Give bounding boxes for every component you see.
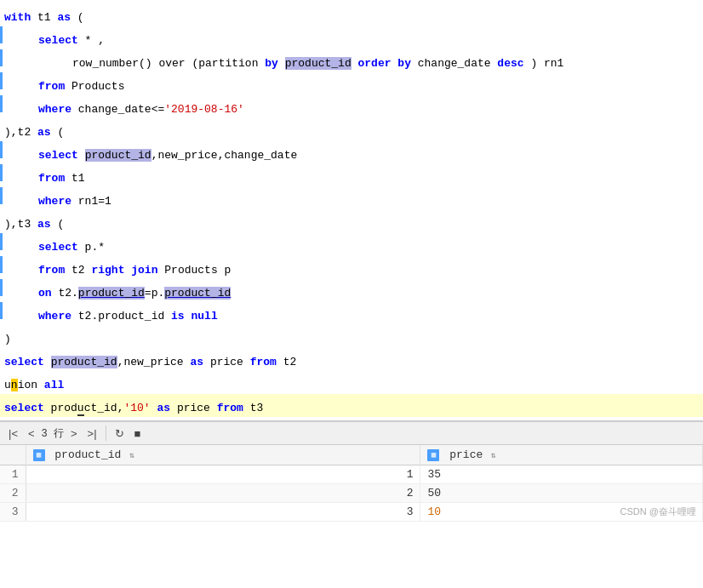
cursor-position: u (77, 402, 84, 416)
table-header: ▦ product_id ⇅ ▦ price ⇅ (0, 445, 703, 465)
code-content-1: select * , (4, 32, 105, 49)
line-accent-9 (0, 210, 3, 227)
plain-text: t2. (71, 310, 98, 323)
keyword: right (91, 264, 124, 277)
keyword: from (217, 402, 243, 414)
code-line-5: ),t2 as ( (0, 118, 703, 141)
results-container: ▦ product_id ⇅ ▦ price ⇅ 113522503310 CS… (0, 445, 703, 522)
separator-1 (106, 425, 106, 441)
plain-text: p.* (78, 241, 105, 254)
results-table-wrapper[interactable]: ▦ product_id ⇅ ▦ price ⇅ 113522503310 (0, 445, 703, 522)
code-line-4: where change_date<='2019-08-16' (0, 95, 703, 118)
code-content-7: from t1 (4, 170, 85, 187)
grid-icon-1: ▦ (33, 449, 45, 461)
keyword: select (38, 241, 78, 254)
plain-text (164, 310, 171, 323)
plain-text: Products p (157, 264, 231, 277)
code-line-14: ) (0, 325, 703, 348)
plain-text: u (4, 379, 11, 391)
table-row: 2250 (0, 484, 703, 503)
first-btn[interactable]: |< (5, 425, 21, 442)
line-accent-13 (0, 302, 3, 319)
line-accent-16 (0, 371, 3, 388)
code-content-9: ),t3 as ( (4, 216, 64, 233)
keyword: as (37, 218, 51, 231)
code-content-10: select p.* (4, 239, 105, 256)
plain-text: price (170, 402, 217, 414)
col-price[interactable]: ▦ price ⇅ (420, 445, 703, 465)
keyword: on (38, 287, 52, 300)
table-row: 1135 (0, 465, 703, 484)
last-btn[interactable]: >| (84, 425, 100, 442)
product-id-cell: 2 (26, 484, 420, 503)
code-line-10: select p.* (0, 233, 703, 256)
keyword: select (4, 402, 44, 414)
keyword: with (4, 11, 31, 24)
plain-text: * , (78, 34, 105, 47)
line-accent-1 (0, 26, 3, 43)
plain-text: t2 (277, 356, 296, 368)
code-line-0: with t1 as ( (0, 3, 703, 26)
row-num-header (0, 445, 26, 465)
code-content-4: where change_date<='2019-08-16' (4, 101, 244, 118)
product-id-cell: 1 (26, 465, 420, 484)
plain-text: t1 (31, 11, 57, 24)
keyword: where (38, 103, 71, 116)
plain-text: ( (51, 218, 65, 231)
code-content-8: where rn1=1 (4, 193, 111, 210)
grid-icon-2: ▦ (427, 449, 439, 461)
highlight-word: product_id (51, 356, 117, 368)
keyword: all (44, 379, 64, 391)
plain-text: Products (65, 80, 124, 93)
plain-text: prod (44, 402, 77, 414)
code-editor[interactable]: with t1 as (select * ,row_number() over … (0, 0, 703, 421)
code-content-13: where t2.product_id is null (4, 308, 218, 325)
line-accent-11 (0, 256, 3, 273)
line-accent-0 (0, 3, 3, 20)
plain-text: price (203, 356, 250, 368)
keyword: select (38, 149, 78, 162)
keyword: join (131, 264, 157, 277)
col-price-label: price (449, 448, 483, 461)
plain-text: ),t3 (4, 218, 37, 231)
plain-text: ( (71, 11, 84, 24)
code-content-15: select product_id,new_price as price fro… (4, 354, 296, 371)
plain-text: =p. (145, 287, 164, 300)
next-btn[interactable]: > (67, 425, 81, 442)
col-product-id[interactable]: ▦ product_id ⇅ (26, 445, 420, 465)
row-number: 2 (0, 484, 26, 503)
plain-text: ),t2 (4, 126, 37, 139)
code-line-2: row_number() over (partition by product_… (0, 49, 703, 72)
price-cell: 50 (420, 484, 703, 503)
code-line-9: ),t3 as ( (0, 210, 703, 233)
product-id-cell: 3 (26, 503, 420, 522)
plain-text (278, 57, 285, 70)
row-number: 3 (0, 503, 26, 522)
line-accent-2 (0, 49, 3, 66)
plain-text: rn1=1 (71, 195, 111, 208)
plain-text: ) (4, 333, 11, 345)
code-content-12: on t2.product_id=p.product_id (4, 285, 231, 302)
underline-highlight: product_id (78, 287, 145, 300)
code-content-3: from Products (4, 78, 124, 95)
keyword: where (38, 195, 71, 208)
prev-btn[interactable]: < (25, 425, 38, 442)
keyword: select (4, 356, 44, 368)
plain-text: t1 (65, 172, 84, 185)
watermark: CSDN @奋斗哩哩 (620, 505, 696, 518)
keyword: null (191, 310, 217, 323)
refresh-btn[interactable]: ↻ (111, 425, 128, 442)
line-accent-7 (0, 164, 3, 181)
string-literal: '2019-08-16' (164, 103, 244, 116)
table-body: 113522503310 (0, 465, 703, 522)
keyword: where (38, 310, 71, 323)
code-line-16: union all (0, 371, 703, 394)
plain-text: product_id (98, 310, 164, 323)
code-line-6: select product_id,new_price,change_date (0, 141, 703, 164)
keyword: from (38, 80, 65, 93)
row-count: 3 行 (42, 426, 64, 441)
code-line-3: from Products (0, 72, 703, 95)
keyword: as (57, 11, 71, 24)
stop-btn[interactable]: ■ (131, 425, 145, 442)
code-line-11: from t2 right join Products p (0, 256, 703, 279)
